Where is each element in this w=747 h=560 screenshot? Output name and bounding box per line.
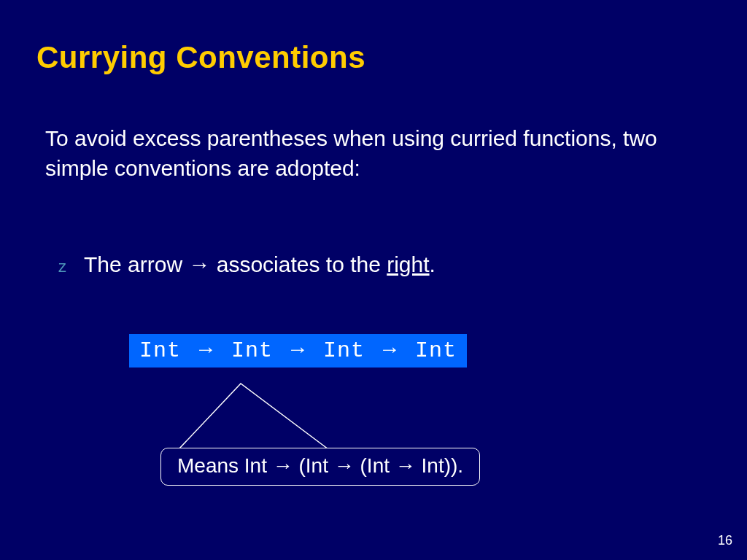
arrow-icon: → [287, 337, 309, 361]
bullet-text: The arrow → associates to the right. [84, 252, 436, 277]
code-box: Int → Int → Int → Int [129, 334, 467, 368]
page-number: 16 [718, 533, 732, 548]
arrow-icon: → [334, 454, 355, 477]
intro-paragraph: To avoid excess parentheses when using c… [45, 124, 680, 183]
bullet-mid: associates to the [210, 252, 387, 276]
callout-box: Means Int → (Int → (Int → Int)). [160, 448, 480, 486]
slide-title: Currying Conventions [36, 40, 365, 75]
code-t2: Int [217, 338, 287, 363]
callout-leader [171, 363, 390, 451]
callout-t3: (Int [355, 454, 395, 477]
bullet-underlined: right [387, 252, 429, 276]
callout: Means Int → (Int → (Int → Int)). [160, 448, 480, 486]
arrow-icon: → [188, 252, 210, 276]
bullet-pre: The arrow [84, 252, 188, 276]
bullet-post: . [430, 252, 436, 276]
code-t1: Int [139, 338, 195, 363]
arrow-icon: → [379, 337, 401, 361]
bullet-item: z The arrow → associates to the right. [58, 252, 436, 277]
callout-pre: Means Int [177, 454, 273, 477]
arrow-icon: → [273, 454, 293, 477]
arrow-icon: → [395, 454, 416, 477]
code-t4: Int [401, 338, 457, 363]
bullet-marker: z [58, 257, 66, 276]
code-t3: Int [309, 338, 379, 363]
arrow-icon: → [195, 337, 217, 361]
callout-t4: Int)). [416, 454, 463, 477]
callout-t2: (Int [293, 454, 334, 477]
